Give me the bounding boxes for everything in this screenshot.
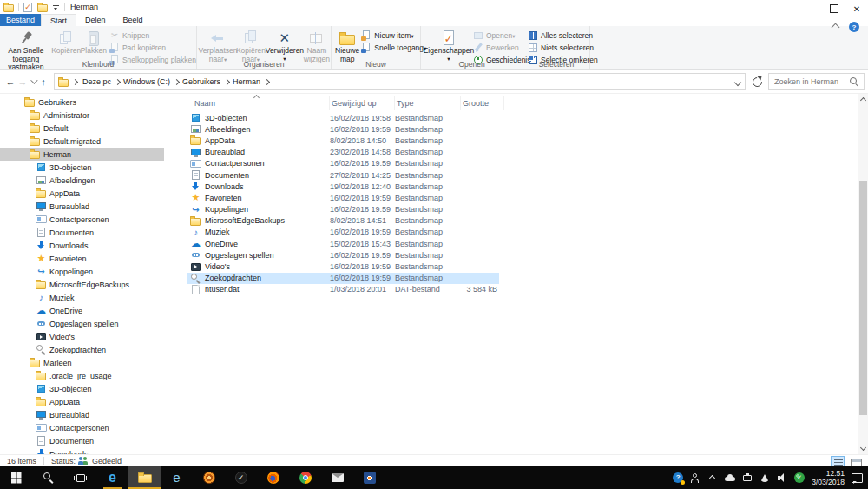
tree-item[interactable]: Documenten (0, 434, 164, 447)
search-box[interactable] (768, 73, 865, 90)
qat-new-folder-icon[interactable] (37, 2, 49, 13)
ribbon-tab[interactable]: Beeld (115, 14, 152, 26)
volume-icon[interactable] (777, 472, 788, 484)
compass-app-button[interactable] (193, 466, 225, 489)
tree-item[interactable]: 3D-objecten (0, 382, 164, 395)
hidden-icons-chevron-icon[interactable] (707, 472, 719, 484)
tree-item[interactable]: Herman (0, 148, 164, 161)
paste-button[interactable]: Plakken (81, 28, 107, 56)
forward-button[interactable]: → (16, 76, 29, 88)
edge-button[interactable] (96, 466, 128, 489)
up-button[interactable]: ↑ (37, 76, 49, 88)
tree-item[interactable]: MicrosoftEdgeBackups (0, 278, 164, 291)
crumb-chevron[interactable] (71, 76, 78, 87)
tree-item[interactable]: Bureaublad (0, 408, 164, 421)
refresh-icon[interactable] (749, 74, 765, 89)
media-app-button[interactable] (353, 466, 385, 489)
firefox-button[interactable] (257, 466, 289, 489)
new-folder-button[interactable]: Nieuwe map (335, 28, 359, 63)
cut-button[interactable]: Knippen (109, 30, 196, 41)
tree-item[interactable]: Downloads (0, 239, 164, 252)
qat-properties-icon[interactable] (23, 2, 34, 13)
tree-item[interactable]: Video's (0, 330, 164, 343)
crumb-chevron[interactable] (114, 76, 121, 87)
crumb-chevron[interactable] (263, 76, 270, 87)
address-box[interactable]: Deze pc Windows (C:) Gebruikers Herman (54, 73, 746, 90)
checkmark-app-button[interactable] (225, 466, 257, 489)
tree-item[interactable]: Downloads (0, 447, 164, 454)
file-row[interactable]: Favorieten 16/02/2018 19:59 Bestandsmap (187, 192, 499, 203)
device-tray-icon[interactable] (742, 472, 753, 484)
breadcrumb-item[interactable]: Herman (230, 77, 263, 86)
file-row[interactable]: Documenten 27/02/2018 14:25 Bestandsmap (187, 169, 499, 181)
file-row[interactable]: Muziek 16/02/2018 19:59 Bestandsmap (187, 227, 499, 238)
column-header-type[interactable]: Type (395, 96, 461, 110)
tree-item[interactable]: Contactpersonen (0, 421, 164, 434)
file-row[interactable]: ntuser.dat 1/03/2018 20:01 DAT-bestand 3… (187, 284, 499, 295)
tree-item[interactable]: Default.migrated (0, 135, 164, 148)
mail-button[interactable] (321, 466, 353, 489)
task-view-button[interactable] (64, 466, 96, 489)
file-row[interactable]: Downloads 19/02/2018 12:40 Bestandsmap (187, 181, 499, 192)
column-header-size[interactable]: Grootte (461, 96, 504, 110)
file-row[interactable]: MicrosoftEdgeBackups 8/02/2018 14:51 Bes… (187, 215, 499, 227)
file-row[interactable]: 3D-objecten 16/02/2018 19:58 Bestandsmap (187, 112, 499, 123)
file-row[interactable]: Koppelingen 16/02/2018 19:59 Bestandsmap (187, 204, 499, 215)
tree-item[interactable]: Marleen (0, 356, 164, 369)
people-tray-icon[interactable] (690, 472, 701, 484)
crumb-chevron[interactable] (173, 76, 180, 87)
new-item-button[interactable]: Nieuw item (361, 30, 426, 41)
rename-button[interactable]: Naam wijzigen (303, 28, 331, 63)
file-explorer-button[interactable] (128, 466, 161, 489)
copy-button[interactable]: Kopiëren (52, 28, 81, 56)
file-row[interactable]: AppData 8/02/2018 14:50 Bestandsmap (187, 135, 499, 146)
delete-button[interactable]: Verwijderen (266, 28, 303, 62)
properties-button[interactable]: Eigenschappen (424, 28, 473, 62)
column-header-modified[interactable]: Gewijzigd op (330, 96, 395, 110)
ribbon-tab[interactable]: Start (41, 14, 76, 26)
help-icon[interactable]: ? (849, 22, 859, 32)
tree-item[interactable]: AppData (0, 395, 164, 408)
internet-explorer-button[interactable] (161, 466, 193, 489)
ribbon-tab[interactable]: Delen (76, 14, 115, 26)
quick-access-button[interactable]: Snelle toegang (361, 42, 426, 53)
qat-customize-icon[interactable] (52, 2, 61, 13)
recent-locations-icon[interactable] (29, 76, 37, 88)
file-row[interactable]: Zoekopdrachten 16/02/2018 19:59 Bestands… (187, 273, 499, 284)
file-row[interactable]: Bureaublad 23/02/2018 14:58 Bestandsmap (187, 147, 499, 158)
select-none-button[interactable]: Niets selecteren (528, 42, 598, 53)
breadcrumb-item[interactable]: Windows (C:) (121, 77, 173, 86)
open-button[interactable]: Openen (473, 30, 531, 41)
tree-item[interactable]: AppData (0, 187, 164, 200)
taskbar-search-button[interactable] (32, 466, 64, 489)
tree-item[interactable]: Opgeslagen spellen (0, 317, 164, 330)
back-button[interactable]: ← (4, 76, 16, 88)
select-all-button[interactable]: Alles selecteren (528, 30, 598, 41)
tree-item[interactable]: 3D-objecten (0, 161, 164, 174)
crumb-chevron[interactable] (223, 76, 230, 87)
edit-button[interactable]: Bewerken (473, 42, 531, 53)
thumbnails-view-button[interactable] (847, 456, 861, 467)
tree-item[interactable]: Administrator (0, 109, 164, 122)
tree-item[interactable]: OneDrive (0, 304, 164, 317)
file-row[interactable]: OneDrive 15/02/2018 15:43 Bestandsmap (187, 238, 499, 249)
file-row[interactable]: Video's 16/02/2018 19:59 Bestandsmap (187, 261, 499, 272)
onedrive-tray-icon[interactable] (725, 472, 736, 484)
copy-path-button[interactable]: Pad kopiëren (109, 42, 196, 53)
chrome-button[interactable] (289, 466, 321, 489)
start-button[interactable] (0, 466, 32, 489)
tree-item[interactable]: Koppelingen (0, 265, 164, 278)
file-row[interactable]: Afbeeldingen 16/02/2018 19:59 Bestandsma… (187, 123, 499, 135)
file-row[interactable]: Opgeslagen spellen 16/02/2018 19:59 Best… (187, 249, 499, 261)
action-center-icon[interactable] (851, 472, 863, 484)
tree-item[interactable]: Zoekopdrachten (0, 343, 164, 356)
file-row[interactable]: Contactpersonen 16/02/2018 19:59 Bestand… (187, 158, 499, 169)
tree-item[interactable]: Documenten (0, 226, 164, 239)
tree-item[interactable]: Afbeeldingen (0, 174, 164, 187)
breadcrumb-item[interactable]: Gebruikers (180, 77, 223, 86)
address-dropdown-icon[interactable] (735, 80, 741, 85)
tree-item[interactable]: Bureaublad (0, 200, 164, 213)
copy-to-button[interactable]: Kopiëren naar (235, 28, 266, 63)
tab-file[interactable]: Bestand (0, 14, 41, 26)
tree-item[interactable]: Muziek (0, 291, 164, 304)
